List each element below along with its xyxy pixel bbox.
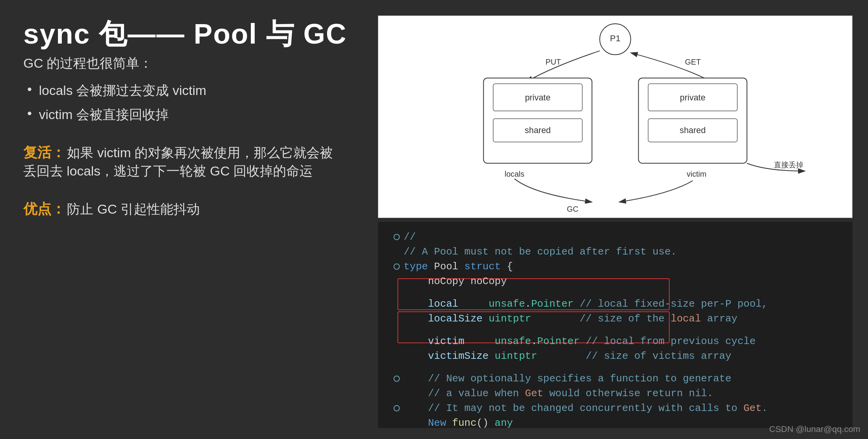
- code-text-10: victimSize uintptr // size of victims ar…: [404, 350, 732, 362]
- code-line-12: // New optionally specifies a function t…: [390, 371, 841, 386]
- bullet-2: victim 会被直接回收掉: [23, 106, 342, 124]
- code-text-2: // A Pool must not be copied after first…: [404, 246, 677, 258]
- diagram-area: P1 PUT GET private shared private shared: [378, 16, 852, 218]
- svg-text:private: private: [525, 93, 551, 102]
- svg-text:victim: victim: [687, 170, 707, 178]
- code-text-14: // It may not be changed concurrently wi…: [404, 402, 768, 414]
- code-text-13: // a value when Get would otherwise retu…: [404, 388, 713, 399]
- svg-text:PUT: PUT: [546, 58, 561, 66]
- code-line-4: noCopy noCopy: [390, 274, 841, 289]
- revival-label: 复活：: [23, 144, 65, 160]
- svg-text:shared: shared: [525, 125, 551, 135]
- advantage-section: 优点： 防止 GC 引起性能抖动: [23, 200, 342, 219]
- code-dot-3: [394, 263, 400, 270]
- code-area: // // A Pool must not be copied after fi…: [378, 222, 852, 428]
- slide-container: sync 包—— Pool 与 GC GC 的过程也很简单： locals 会被…: [0, 0, 868, 439]
- gc-intro: GC 的过程也很简单：: [23, 54, 342, 72]
- code-text-1: //: [404, 231, 416, 243]
- code-line-13: // a value when Get would otherwise retu…: [390, 386, 841, 401]
- svg-text:locals: locals: [505, 170, 525, 178]
- svg-text:直接丢掉: 直接丢掉: [774, 161, 803, 169]
- code-line-11: [390, 363, 841, 371]
- pool-diagram: P1 PUT GET private shared private shared: [378, 16, 852, 218]
- code-line-5: [390, 289, 841, 297]
- svg-text:GET: GET: [685, 58, 701, 66]
- code-line-1: //: [390, 230, 841, 244]
- advantage-text: 防止 GC 引起性能抖动: [67, 202, 200, 216]
- code-line-3: type Pool struct {: [390, 259, 841, 274]
- left-content: GC 的过程也很简单： locals 会被挪过去变成 victim victim…: [23, 54, 342, 219]
- code-text-7: localSize uintptr // size of the local a…: [404, 313, 737, 325]
- code-text-6: local unsafe.Pointer // local fixed-size…: [404, 298, 768, 310]
- code-line-2: // A Pool must not be copied after first…: [390, 244, 841, 259]
- code-text-4: noCopy noCopy: [404, 276, 507, 287]
- code-line-10: victimSize uintptr // size of victims ar…: [390, 349, 841, 363]
- code-line-6: local unsafe.Pointer // local fixed-size…: [390, 297, 841, 311]
- code-dot-14: [394, 405, 400, 411]
- bullet-1: locals 会被挪过去变成 victim: [23, 82, 342, 100]
- code-text-3: type Pool struct {: [404, 261, 513, 272]
- svg-text:shared: shared: [680, 125, 706, 135]
- code-text-12: // New optionally specifies a function t…: [404, 373, 732, 385]
- revival-text: 如果 victim 的对象再次被使用，那么它就会被丢回去 locals，逃过了下…: [23, 145, 333, 178]
- advantage-label: 优点：: [23, 201, 65, 217]
- code-line-7: localSize uintptr // size of the local a…: [390, 311, 841, 326]
- watermark: CSDN @lunar@qq.com: [769, 424, 860, 434]
- svg-text:private: private: [680, 93, 705, 102]
- code-text-15: New func() any: [404, 417, 513, 428]
- code-line-8: [390, 326, 841, 334]
- code-line-14: // It may not be changed concurrently wi…: [390, 401, 841, 416]
- svg-text:P1: P1: [610, 33, 621, 43]
- bullet-list: locals 会被挪过去变成 victim victim 会被直接回收掉: [23, 82, 342, 124]
- code-line-9: victim unsafe.Pointer // local from prev…: [390, 334, 841, 349]
- code-text-9: victim unsafe.Pointer // local from prev…: [404, 335, 756, 347]
- svg-text:GC: GC: [567, 205, 578, 213]
- code-dot-12: [394, 376, 400, 382]
- code-dot-1: [394, 234, 400, 240]
- revival-section: 复活： 如果 victim 的对象再次被使用，那么它就会被丢回去 locals，…: [23, 143, 342, 180]
